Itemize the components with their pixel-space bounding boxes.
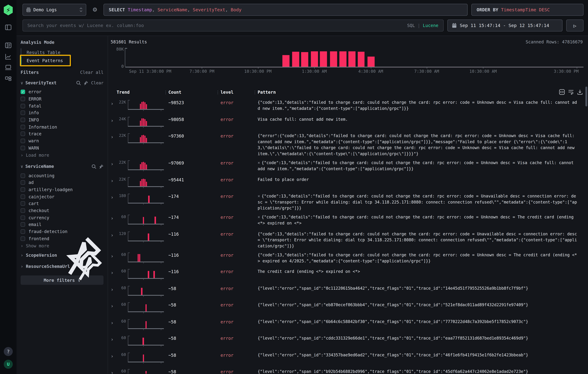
pattern-text[interactable]: {"code":13,"details":"failed to charge c… — [258, 231, 588, 249]
expand-chevron-icon[interactable]: › — [111, 287, 117, 292]
expand-chevron-icon[interactable]: › — [111, 178, 117, 183]
expand-chevron-icon[interactable]: › — [111, 370, 117, 374]
histogram-bar[interactable] — [320, 51, 327, 67]
expand-chevron-icon[interactable]: › — [111, 270, 117, 275]
clear-all-button[interactable]: Clear all — [80, 70, 104, 75]
download-icon[interactable] — [577, 89, 583, 95]
expand-chevron-icon[interactable]: › — [111, 216, 117, 221]
checkbox-unchecked[interactable]: ✓ — [21, 118, 25, 122]
col-header-count[interactable]: ⋮Count — [168, 90, 220, 95]
pin-icon[interactable] — [83, 80, 88, 85]
histogram-bar[interactable] — [348, 51, 356, 67]
filter-option-warn[interactable]: ✓WARN — [21, 144, 104, 152]
table-row[interactable]: ›22K~97360error{"error":{"code":13,"deta… — [108, 131, 588, 158]
chart-explorer-icon[interactable] — [5, 53, 11, 60]
pattern-text[interactable]: {"level":"error","span_id":"334357bae9ed… — [258, 352, 588, 358]
results-histogram[interactable]: 80K 0 — [125, 48, 584, 67]
pattern-text[interactable]: {"error":{"code":13,"details":"failed to… — [258, 133, 588, 157]
table-row[interactable]: ›60~116error{"code":13,"details":"failed… — [108, 250, 588, 266]
checkbox-unchecked[interactable]: ✓ — [21, 215, 25, 220]
pattern-text[interactable]: {"code":13,"details":"failed to charge c… — [258, 100, 588, 112]
table-row[interactable]: ›22K~97069error×{"code":13,"details":"fa… — [108, 158, 588, 174]
help-button[interactable]: ? — [4, 347, 13, 356]
expand-chevron-icon[interactable]: › — [111, 195, 117, 200]
table-row[interactable]: ›60~58error{"level":"error","span_id":"3… — [108, 350, 588, 366]
dismiss-x-icon[interactable]: × — [258, 160, 260, 165]
table-row[interactable]: ›22K~98523error{"code":13,"details":"fai… — [108, 97, 588, 114]
checkbox-unchecked[interactable]: ✓ — [21, 104, 25, 108]
table-row[interactable]: ›120~116error{"code":13,"details":"faile… — [108, 229, 588, 250]
table-row[interactable]: ›60~58error{"level":"error","span_id":"0… — [108, 283, 588, 300]
sessions-icon[interactable] — [5, 64, 11, 71]
severity-group-header[interactable]: ∨ SeverityText Clear — [21, 80, 104, 85]
checkbox-unchecked[interactable]: ✓ — [21, 146, 25, 150]
scrollbar-thumb[interactable] — [585, 87, 587, 106]
pattern-text[interactable]: {"level":"error","span_id":"6b64c6c58842… — [258, 319, 588, 325]
histogram-bar[interactable] — [311, 51, 318, 67]
col-header-pattern[interactable]: ⋮Pattern — [258, 90, 588, 95]
run-query-button[interactable]: ▷ — [566, 20, 583, 31]
severity-clear-button[interactable]: Clear — [91, 80, 104, 85]
filter-option-info[interactable]: ✓info — [21, 109, 104, 116]
dashboards-icon[interactable] — [5, 75, 11, 82]
app-logo-icon[interactable]: ⚡ — [3, 5, 13, 15]
pin-icon[interactable] — [99, 164, 104, 169]
table-row[interactable]: ›60~58error{"level":"error","span_id":"e… — [108, 300, 588, 316]
checkbox-unchecked[interactable]: ✓ — [21, 132, 25, 136]
filter-option-error[interactable]: ✓error — [21, 89, 104, 95]
filter-option-currency[interactable]: ✓currency — [21, 214, 104, 221]
expand-chevron-icon[interactable]: › — [111, 118, 117, 123]
sql-mode-toggle[interactable]: SQL — [407, 23, 415, 28]
checkbox-unchecked[interactable]: ✓ — [21, 97, 25, 101]
histogram-bar[interactable] — [292, 52, 299, 67]
wrap-text-icon[interactable] — [568, 89, 574, 95]
analysis-mode-item-event-patterns[interactable]: Event Patterns — [21, 57, 104, 65]
pattern-text[interactable]: The credit card (ending <*> expired on <… — [258, 269, 588, 275]
dismiss-x-icon[interactable]: × — [258, 194, 260, 199]
checkbox-unchecked[interactable]: ✓ — [21, 222, 25, 227]
filter-option-cainjector[interactable]: ✓cainjector — [21, 193, 104, 200]
filter-option-checkout[interactable]: ✓checkout — [21, 207, 104, 214]
pattern-text[interactable]: {"level":"error","span_id":"cddc331329e6… — [258, 335, 588, 342]
filter-option-warn[interactable]: ✓warn — [21, 138, 104, 145]
checkbox-unchecked[interactable]: ✓ — [21, 125, 25, 129]
filter-option-info[interactable]: ✓INFO — [21, 116, 104, 123]
filter-option-artillery-loadgen[interactable]: ✓artillery-loadgen — [21, 186, 104, 193]
date-range-picker[interactable]: Sep 11 15:47:14 - Sep 12 15:47:14 — [447, 20, 563, 31]
filter-option-trace[interactable]: ✓trace — [21, 131, 104, 138]
pattern-text[interactable]: {"level":"error","span_id":"eb870ecef063… — [258, 302, 588, 308]
table-row[interactable]: ›60~58error{"level":"error","span_id":"6… — [108, 316, 588, 333]
expand-chevron-icon[interactable]: › — [111, 354, 117, 358]
histogram-bar[interactable] — [283, 55, 289, 67]
col-header-trend[interactable]: Trend — [117, 90, 168, 95]
source-select[interactable]: Demo Logs — [22, 4, 86, 16]
table-row[interactable]: ›60~116errorThe credit card (ending <*> … — [108, 266, 588, 283]
sql-columns-input[interactable]: SELECT Timestamp, ServiceName, SeverityT… — [104, 4, 468, 16]
expand-chevron-icon[interactable]: › — [111, 320, 117, 325]
checkbox-unchecked[interactable]: ✓ — [21, 229, 25, 234]
expand-chevron-icon[interactable]: › — [111, 303, 117, 308]
table-row[interactable]: ›24K~98058errorVisa cache full: cannot a… — [108, 114, 588, 131]
histogram-bar[interactable] — [339, 51, 346, 67]
table-row[interactable]: ›60~58error{"level":"error","span_id":"b… — [108, 366, 588, 374]
settings-gear-icon[interactable]: ⚙ — [92, 6, 97, 13]
col-resize-handle[interactable]: ⋮ — [216, 90, 220, 95]
pattern-text[interactable]: ×{"code":13,"details":"failed to charge … — [258, 214, 588, 226]
checkbox-unchecked[interactable]: ✓ — [21, 139, 25, 143]
filter-option-error[interactable]: ✓ERROR — [21, 95, 104, 102]
user-avatar[interactable]: U — [4, 360, 13, 369]
pattern-text[interactable]: {"level":"error","span_id":"b92b54b6882b… — [258, 369, 588, 374]
table-row[interactable]: ›180~174error×{"code":13,"details":"fail… — [108, 191, 588, 212]
expand-chevron-icon[interactable]: › — [111, 134, 117, 139]
col-header-level[interactable]: ⋮level — [220, 90, 258, 95]
filter-option-information[interactable]: ✓Information — [21, 123, 104, 131]
analysis-mode-item-results-table[interactable]: Results Table — [21, 48, 104, 57]
pattern-text[interactable]: {"code":13,"details":"failed to charge c… — [258, 252, 588, 264]
expand-chevron-icon[interactable]: › — [111, 337, 117, 342]
histogram-bar[interactable] — [368, 56, 375, 67]
service-group-header[interactable]: ∨ ServiceName — [21, 164, 104, 169]
expand-chevron-icon[interactable]: › — [111, 232, 117, 237]
expand-chevron-icon[interactable]: › — [111, 101, 117, 106]
checkbox-unchecked[interactable]: ✓ — [21, 236, 25, 241]
table-row[interactable]: ›22K~95441errorFailed to place order — [108, 174, 588, 191]
